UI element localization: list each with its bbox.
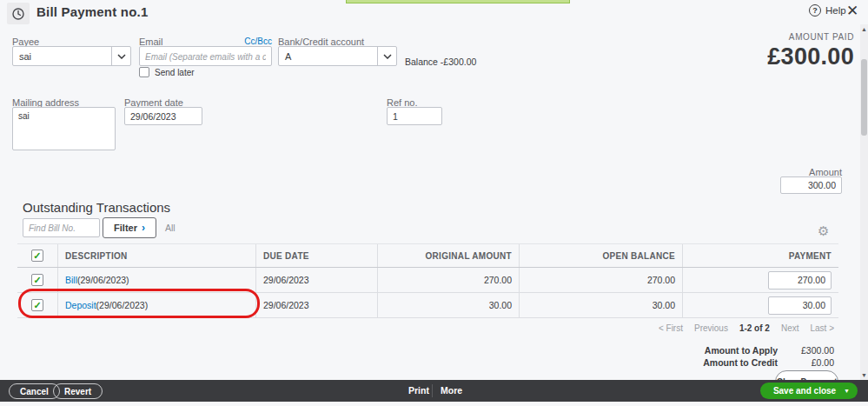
- open-balance-cell: 30.00: [520, 293, 683, 317]
- transaction-suffix: (29/06/2023): [96, 300, 149, 310]
- footer-bar: Cancel Revert Print More Save and close …: [0, 380, 868, 402]
- amount-to-credit-value: £0.00: [812, 357, 834, 368]
- chevron-down-icon: [377, 47, 396, 65]
- filter-all-label: All: [165, 223, 176, 233]
- payee-value: sai: [13, 51, 111, 62]
- amount-to-apply-label: Amount to Apply: [705, 345, 778, 356]
- bill-payment-window: Bill Payment no.1 ? Help ✕ Payee sai Ema…: [0, 0, 868, 406]
- balance-text: Balance -£300.00: [405, 57, 476, 67]
- payment-date-input[interactable]: [124, 107, 202, 125]
- pagination-first[interactable]: < First: [659, 323, 683, 333]
- payment-input[interactable]: [768, 296, 832, 315]
- bank-account-select[interactable]: A: [278, 46, 397, 66]
- pagination-previous[interactable]: Previous: [694, 323, 728, 333]
- table-row: Deposit (29/06/2023) 29/06/2023 30.00 30…: [17, 293, 838, 318]
- payment-input[interactable]: [768, 271, 832, 290]
- pagination-last[interactable]: Last >: [810, 323, 834, 333]
- find-bill-input[interactable]: [23, 218, 100, 237]
- send-later-checkbox[interactable]: [139, 67, 149, 77]
- cancel-button[interactable]: Cancel: [9, 383, 60, 399]
- send-later-row: Send later: [139, 67, 195, 77]
- print-button[interactable]: Print: [408, 385, 429, 396]
- col-payment: PAYMENT: [683, 244, 838, 267]
- save-and-close-label: Save and close: [760, 386, 844, 396]
- amount-paid-label: AMOUNT PAID: [767, 32, 854, 42]
- chevron-down-icon: [111, 47, 130, 65]
- filter-button[interactable]: Filter ›: [103, 217, 156, 238]
- bank-account-value: A: [279, 51, 377, 62]
- amount-input[interactable]: [780, 176, 842, 194]
- help-label: Help: [825, 5, 846, 16]
- amount-paid-block: AMOUNT PAID £300.00: [767, 32, 854, 70]
- revert-button[interactable]: Revert: [53, 383, 103, 399]
- recent-transactions-icon[interactable]: [7, 3, 30, 24]
- caret-down-icon: ▼: [844, 388, 858, 394]
- filter-label: Filter: [114, 223, 137, 233]
- transaction-link[interactable]: Bill: [65, 275, 77, 285]
- amount-to-apply-value: £300.00: [801, 345, 834, 356]
- more-button[interactable]: More: [441, 385, 462, 396]
- row-checkbox[interactable]: [31, 299, 43, 311]
- chevron-right-icon: ›: [142, 222, 145, 234]
- page-title: Bill Payment no.1: [36, 4, 148, 19]
- original-amount-cell: 270.00: [378, 268, 520, 292]
- table-row: Bill (29/06/2023) 29/06/2023 270.00 270.…: [17, 268, 838, 293]
- row-checkbox[interactable]: [31, 274, 43, 286]
- transaction-link[interactable]: Deposit: [65, 300, 96, 310]
- close-icon[interactable]: ✕: [846, 2, 858, 20]
- header-green-bar: [346, 0, 570, 3]
- scroll-down-icon[interactable]: ▼: [861, 372, 867, 378]
- pagination: < First Previous 1-2 of 2 Next Last >: [659, 323, 834, 333]
- table-header-row: DESCRIPTION DUE DATE ORIGINAL AMOUNT OPE…: [17, 244, 838, 268]
- open-balance-cell: 270.00: [520, 268, 683, 292]
- cc-bcc-link[interactable]: Cc/Bcc: [243, 37, 272, 46]
- outstanding-transactions-title: Outstanding Transactions: [23, 200, 170, 215]
- col-due-date: DUE DATE: [256, 244, 378, 267]
- due-date-cell: 29/06/2023: [256, 268, 378, 292]
- amount-paid-value: £300.00: [767, 43, 854, 70]
- ref-no-input[interactable]: [387, 107, 442, 125]
- amount-to-credit-label: Amount to Credit: [703, 357, 778, 368]
- pagination-range: 1-2 of 2: [739, 323, 770, 333]
- payee-select[interactable]: sai: [12, 46, 131, 66]
- send-later-label: Send later: [155, 68, 195, 77]
- help-icon: ?: [809, 4, 821, 17]
- gear-icon[interactable]: ⚙: [818, 223, 829, 239]
- footer-divider: [432, 384, 433, 397]
- select-all-checkbox[interactable]: [31, 250, 43, 262]
- mailing-address-field[interactable]: sai: [12, 107, 116, 150]
- clock-icon: [11, 7, 25, 21]
- col-original-amount: ORIGINAL AMOUNT: [378, 244, 520, 267]
- due-date-cell: 29/06/2023: [256, 293, 378, 317]
- scrollbar-thumb[interactable]: [861, 59, 867, 136]
- original-amount-cell: 30.00: [378, 293, 520, 317]
- pagination-next[interactable]: Next: [781, 323, 799, 333]
- save-and-close-button[interactable]: Save and close ▼: [760, 383, 858, 399]
- transactions-table: DESCRIPTION DUE DATE ORIGINAL AMOUNT OPE…: [17, 243, 838, 318]
- email-input[interactable]: [139, 46, 272, 66]
- col-open-balance: OPEN BALANCE: [520, 244, 683, 267]
- help-button[interactable]: ? Help: [809, 4, 846, 17]
- scroll-up-icon[interactable]: ▲: [861, 26, 867, 32]
- col-description: DESCRIPTION: [58, 244, 256, 267]
- transaction-suffix: (29/06/2023): [77, 275, 129, 285]
- vertical-scrollbar[interactable]: ▲ ▼: [860, 24, 868, 380]
